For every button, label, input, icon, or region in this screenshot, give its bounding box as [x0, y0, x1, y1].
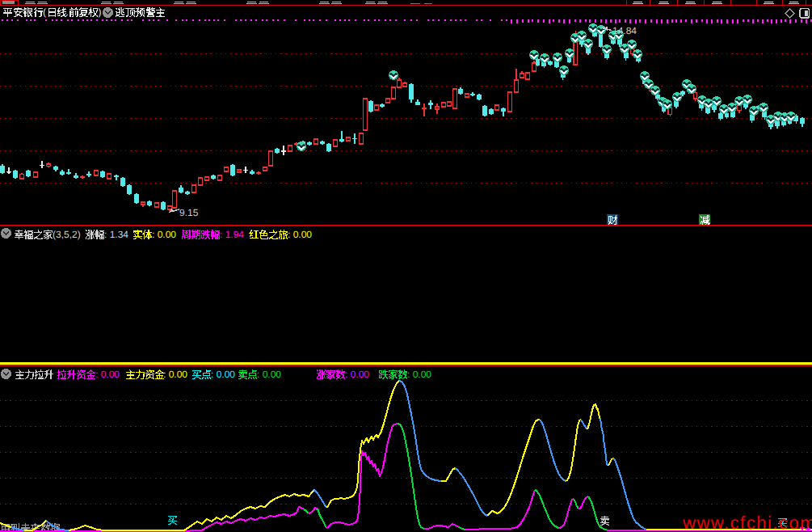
svg-text:9.15: 9.15 — [179, 207, 199, 218]
svg-text:: 0.00: : 0.00 — [288, 229, 312, 240]
svg-text:: 0.00: : 0.00 — [152, 229, 176, 240]
svg-text:): ) — [99, 6, 102, 18]
svg-text:.: . — [66, 6, 69, 18]
svg-text:: 0.00: : 0.00 — [211, 369, 235, 380]
svg-text:www.cfchi.com: www.cfchi.com — [682, 513, 812, 532]
svg-text:: 1.94: : 1.94 — [220, 229, 244, 240]
svg-text:14.84: 14.84 — [612, 25, 637, 36]
svg-text:(: ( — [43, 6, 46, 18]
svg-text:: 0.00: : 0.00 — [407, 369, 431, 380]
svg-text:: 0.00: : 0.00 — [257, 369, 281, 380]
svg-text:: 1.34: : 1.34 — [104, 229, 128, 240]
svg-text:: 0.00: : 0.00 — [95, 369, 120, 380]
svg-text:: 0.00: : 0.00 — [345, 369, 369, 380]
svg-text:: 0.00: : 0.00 — [163, 369, 187, 380]
svg-text:(3,5,2): (3,5,2) — [53, 229, 81, 240]
